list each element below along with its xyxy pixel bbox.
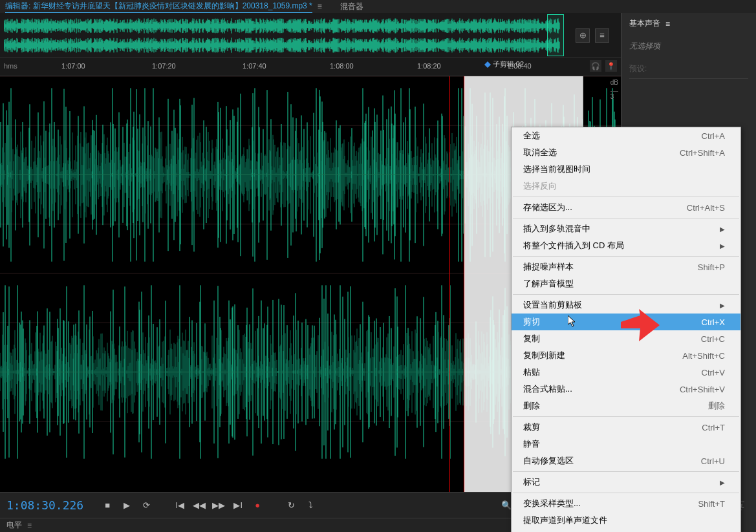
menu-item[interactable]: 频段分离器...: [512, 529, 740, 532]
menu-item[interactable]: 了解声音模型: [512, 275, 740, 292]
list-tool-icon[interactable]: ≡: [595, 28, 609, 43]
no-selection-text: 无选择项: [629, 41, 748, 52]
menu-item[interactable]: 选择当前视图时间: [512, 161, 740, 178]
skip-selection-button[interactable]: ⤵: [302, 497, 319, 514]
ruler-tick: 1:07:20: [152, 62, 176, 70]
forward-button[interactable]: ▶▶: [210, 497, 227, 514]
menu-separator: [513, 416, 739, 417]
ruler-tick: 1:07:00: [61, 62, 85, 70]
menu-item[interactable]: 自动修复选区Ctrl+U: [512, 452, 740, 469]
menu-item[interactable]: 设置当前剪贴板▶: [512, 297, 740, 314]
ruler-tick: 1:08:20: [417, 62, 441, 70]
ruler-tick: 1:08:00: [330, 62, 354, 70]
subclip-label: 子剪辑 02: [484, 59, 524, 69]
ruler-tick: 1:07:40: [243, 62, 266, 70]
menu-item[interactable]: 剪切Ctrl+X: [512, 314, 740, 330]
menu-item[interactable]: 复制Ctrl+C: [512, 330, 740, 347]
editor-menu-icon[interactable]: ≡: [318, 2, 322, 11]
zoom-tool-icon[interactable]: ⊕: [576, 28, 590, 43]
play-button[interactable]: ▶: [118, 497, 135, 514]
playhead[interactable]: [449, 76, 450, 492]
mixer-tab[interactable]: 混音器: [340, 1, 363, 12]
levels-label: 电平: [6, 520, 22, 531]
headphone-icon[interactable]: 🎧: [590, 60, 601, 72]
menu-separator: [513, 471, 739, 472]
menu-item[interactable]: 取消全选Ctrl+Shift+A: [512, 144, 740, 161]
record-button[interactable]: ●: [249, 497, 266, 514]
menu-separator: [513, 294, 739, 295]
menu-item[interactable]: 全选Ctrl+A: [512, 127, 740, 144]
menu-item[interactable]: 混合式粘贴...Ctrl+Shift+V: [512, 381, 740, 398]
panel-title: 基本声音: [629, 18, 660, 29]
menu-separator: [513, 256, 739, 257]
preset-row: 预设:: [629, 63, 748, 79]
overview-selection[interactable]: [547, 14, 564, 56]
panel-menu-icon[interactable]: ≡: [665, 19, 670, 28]
menu-item[interactable]: 标记▶: [512, 474, 740, 491]
menu-separator: [513, 197, 739, 197]
menu-item[interactable]: 裁剪Ctrl+T: [512, 419, 740, 436]
loop-button[interactable]: ⟳: [138, 497, 155, 514]
db-scale: dB 3: [610, 79, 618, 100]
pin-icon[interactable]: 📍: [605, 60, 617, 72]
menu-item[interactable]: 复制到新建Alt+Shift+C: [512, 347, 740, 364]
menu-item[interactable]: 插入到多轨混音中▶: [512, 220, 740, 237]
time-ruler[interactable]: hms 1:07:001:07:201:07:401:08:001:08:201…: [0, 58, 621, 76]
menu-item[interactable]: 变换采样类型...Shift+T: [512, 495, 740, 512]
menu-item[interactable]: 存储选区为...Ctrl+Alt+S: [512, 199, 740, 216]
menu-separator: [513, 218, 739, 218]
menu-item[interactable]: 删除删除: [512, 398, 740, 414]
overview-strip[interactable]: ⊕ ≡: [0, 13, 621, 58]
menu-item[interactable]: 粘贴Ctrl+V: [512, 364, 740, 381]
menu-item: 选择反向: [512, 178, 740, 195]
stop-button[interactable]: ■: [99, 497, 116, 514]
menu-separator: [513, 493, 739, 493]
skip-start-button[interactable]: I◀: [171, 497, 188, 514]
ruler-unit: hms: [4, 62, 17, 70]
skip-end-button[interactable]: ▶I: [230, 497, 246, 514]
loop-playback-button[interactable]: ↻: [283, 497, 299, 514]
rewind-button[interactable]: ◀◀: [191, 497, 208, 514]
menu-item[interactable]: 静音: [512, 436, 740, 452]
svg-marker-0: [484, 61, 491, 68]
editor-title[interactable]: 编辑器: 新华财经专访井底望天【新冠肺炎疫情对区块链发展的影响】200318_1…: [5, 1, 312, 13]
menu-item[interactable]: 捕捉噪声样本Shift+P: [512, 259, 740, 275]
timecode[interactable]: 1:08:30.226: [6, 498, 83, 512]
editor-tab-bar: 编辑器: 新华财经专访井底望天【新冠肺炎疫情对区块链发展的影响】200318_1…: [0, 0, 756, 13]
menu-item[interactable]: 将整个文件插入到 CD 布局▶: [512, 237, 740, 254]
menu-item[interactable]: 提取声道到单声道文件: [512, 512, 740, 529]
context-menu[interactable]: 全选Ctrl+A取消全选Ctrl+Shift+A选择当前视图时间选择反向存储选区…: [511, 127, 741, 532]
